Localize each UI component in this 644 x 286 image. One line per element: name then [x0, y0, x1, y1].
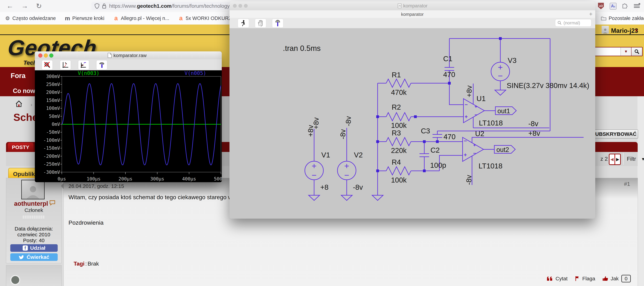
v3-value: SINE(3.27v 380mv 14.4k) [507, 81, 589, 90]
search-input[interactable] [594, 47, 621, 56]
post-pointer [61, 183, 64, 189]
minimize-button[interactable] [238, 4, 242, 8]
svg-text:500µs: 500µs [214, 176, 222, 182]
tab-posty[interactable]: POSTY [8, 143, 34, 152]
svg-text:200µs: 200µs [118, 176, 132, 182]
tab-komparator[interactable]: komparator [230, 12, 595, 17]
labels: .tran 0.5ms V1 +8 +8v +8v V2 -8v -8v -8v… [283, 44, 589, 191]
minimize-button[interactable] [44, 53, 48, 58]
translate-icon[interactable]: Ax [610, 3, 616, 10]
allegro-icon: a [113, 16, 119, 21]
post-closing: Pozdrowienia [68, 219, 104, 226]
subscribe-button[interactable]: UBSKRYBOWAĆ [594, 129, 638, 139]
search-scope-caret-icon[interactable]: ▼ [621, 47, 632, 56]
schematic-window: komparator komparator + (normal) [230, 1, 595, 219]
svg-text:400µs: 400µs [182, 176, 196, 182]
user-avatar-small[interactable] [602, 26, 609, 34]
x-axis-ticks: 0µs100µs200µs300µs400µs500µs [58, 172, 222, 182]
close-button[interactable] [38, 53, 42, 58]
other-bookmarks[interactable]: Pozostałe zakładki [601, 16, 644, 21]
plot-settings-icon [80, 62, 87, 68]
bookmark-item[interactable]: ⚙Często odwiedzane [5, 16, 56, 21]
quote-button[interactable]: Cytat [556, 276, 568, 281]
back-icon[interactable]: ← [6, 2, 14, 10]
zoom-button[interactable] [244, 4, 248, 8]
plot-settings-button[interactable] [78, 60, 89, 70]
autorange-button[interactable] [60, 60, 71, 70]
zoom-cancel-icon [44, 62, 51, 68]
join-date-value: czerwiec 2010 [6, 232, 62, 238]
plot-titlebar[interactable]: komparator.raw [35, 51, 222, 59]
bookmark-item[interactable]: mPierwsze kroki [65, 16, 104, 21]
reload-icon[interactable]: ↻ [36, 2, 42, 10]
forward-icon[interactable]: → [21, 2, 28, 10]
folder-icon [601, 16, 606, 21]
twitter-share-button[interactable]: Ćwierkać [10, 253, 58, 261]
avatar[interactable] [21, 180, 45, 199]
run-button[interactable] [238, 19, 249, 28]
plot-area[interactable]: V(n003) V(n005) 300mV250mV200mV150mV100m… [35, 70, 222, 182]
allegro-icon: a [178, 16, 184, 21]
svg-text:-300mV: -300mV [43, 170, 60, 175]
lock-icon [102, 3, 106, 9]
facebook-share-button[interactable]: f Udział [10, 244, 58, 252]
pan-button[interactable] [255, 19, 266, 28]
u1-ref: U1 [476, 94, 486, 103]
flag-button[interactable]: Flaga [582, 276, 595, 281]
svg-text:50mV: 50mV [49, 114, 60, 119]
prev-page-button[interactable]: ◀ [610, 154, 615, 164]
filter-caret-icon[interactable]: ▼ [641, 157, 644, 162]
author-rank: Członek [6, 207, 62, 213]
flag-icon [575, 276, 580, 281]
v2-ref: V2 [354, 151, 363, 159]
r3-ref: R3 [392, 129, 401, 137]
hammer-icon [98, 62, 105, 68]
bookmark-item[interactable]: aAllegro.pl - Więcej n... [113, 16, 169, 21]
c3-ref: C3 [421, 127, 430, 135]
menu-icon[interactable] [633, 3, 640, 10]
svg-text:300mV: 300mV [46, 74, 60, 79]
next-page-button[interactable]: ▶ [615, 154, 620, 164]
svg-text:-50mV: -50mV [46, 129, 60, 135]
u1-vminus-label: -8v [528, 120, 538, 128]
forum-search[interactable]: ▼ [594, 47, 643, 56]
like-button[interactable]: Jak [611, 276, 619, 281]
legend-trace1[interactable]: V(n003) [78, 70, 100, 76]
c1-ref: C1 [443, 55, 452, 63]
post-body: Witam, czy posiada ktoś schemat do tego … [68, 194, 256, 201]
puzzle-icon[interactable] [621, 3, 628, 9]
post-number: #1 [624, 181, 630, 187]
r4-value: 100k [391, 176, 407, 184]
user-menu-caret-icon[interactable]: ▼ [634, 28, 639, 33]
symbol-search-field[interactable]: (normal) [555, 19, 592, 27]
sim-directive[interactable]: .tran 0.5ms [283, 44, 321, 52]
reputation-bar [23, 216, 44, 219]
schematic-titlebar[interactable]: komparator [230, 1, 595, 11]
zoom-button[interactable] [49, 53, 54, 58]
schematic: .tran 0.5ms V1 +8 +8v +8v V2 -8v -8v -8v… [230, 28, 595, 219]
filter-dropdown[interactable]: Filtr [627, 156, 636, 162]
like-count[interactable]: 0 [621, 275, 631, 282]
zoom-reset-button[interactable] [42, 60, 53, 70]
ublock-icon[interactable]: uO [598, 3, 604, 9]
home-icon[interactable] [15, 100, 23, 108]
probe-button[interactable] [272, 19, 284, 28]
v2-value: -8v [353, 183, 363, 191]
r3-value: 220k [391, 147, 407, 155]
out2-flag-label: out2 [496, 146, 509, 153]
tools-button[interactable] [96, 60, 107, 70]
schematic-doc-icon [398, 3, 402, 9]
r1-ref: R1 [392, 71, 401, 79]
plot-window: komparator.raw V(n003) V(n005) 300mV250m… [35, 51, 222, 182]
close-button[interactable] [233, 4, 237, 8]
avatar-silhouette-icon [603, 28, 608, 34]
schematic-canvas[interactable]: .tran 0.5ms V1 +8 +8v +8v V2 -8v -8v -8v… [230, 28, 595, 219]
search-button[interactable] [632, 47, 642, 56]
bookmark-item[interactable]: a5x WORKI ODKURZ... [178, 16, 236, 21]
run-icon [240, 20, 247, 27]
post-date: 26.04.2017, godz. 12:15 [68, 183, 124, 189]
legend-trace2[interactable]: V(n005) [184, 70, 206, 76]
new-tab-button[interactable]: + [589, 11, 592, 17]
c1-value: 470 [443, 70, 455, 79]
nav-fora[interactable]: Fora [11, 72, 26, 80]
